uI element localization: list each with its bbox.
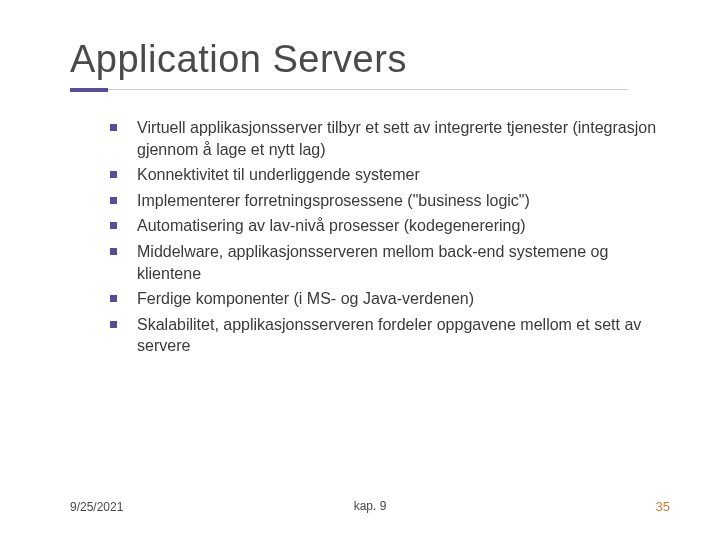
list-item: Automatisering av lav-nivå prosesser (ko… [110,215,670,237]
square-bullet-icon [110,197,117,204]
square-bullet-icon [110,295,117,302]
list-item: Virtuell applikasjonsserver tilbyr et se… [110,117,670,160]
square-bullet-icon [110,248,117,255]
square-bullet-icon [110,124,117,131]
slide-footer: 9/25/2021 kap. 9 35 [70,499,670,514]
list-item: Implementerer forretningsprosessene ("bu… [110,190,670,212]
list-item: Konnektivitet til underliggende systemer [110,164,670,186]
square-bullet-icon [110,171,117,178]
bullet-text: Konnektivitet til underliggende systemer [137,164,420,186]
bullet-text: Ferdige komponenter (i MS- og Java-verde… [137,288,474,310]
slide-title: Application Servers [70,38,670,81]
bullet-text: Implementerer forretningsprosessene ("bu… [137,190,530,212]
bullet-text: Automatisering av lav-nivå prosesser (ko… [137,215,526,237]
square-bullet-icon [110,321,117,328]
footer-date: 9/25/2021 [70,500,123,514]
list-item: Ferdige komponenter (i MS- og Java-verde… [110,288,670,310]
accent-bar [70,88,108,92]
bullet-text: Skalabilitet, applikasjonsserveren forde… [137,314,670,357]
footer-page-number: 35 [656,499,670,514]
list-item: Middelware, applikasjonsserveren mellom … [110,241,670,284]
bullet-text: Middelware, applikasjonsserveren mellom … [137,241,670,284]
bullet-text: Virtuell applikasjonsserver tilbyr et se… [137,117,670,160]
list-item: Skalabilitet, applikasjonsserveren forde… [110,314,670,357]
footer-chapter: kap. 9 [354,499,387,513]
bullet-list: Virtuell applikasjonsserver tilbyr et se… [70,117,670,357]
slide: Application Servers Virtuell applikasjon… [0,0,720,540]
square-bullet-icon [110,222,117,229]
